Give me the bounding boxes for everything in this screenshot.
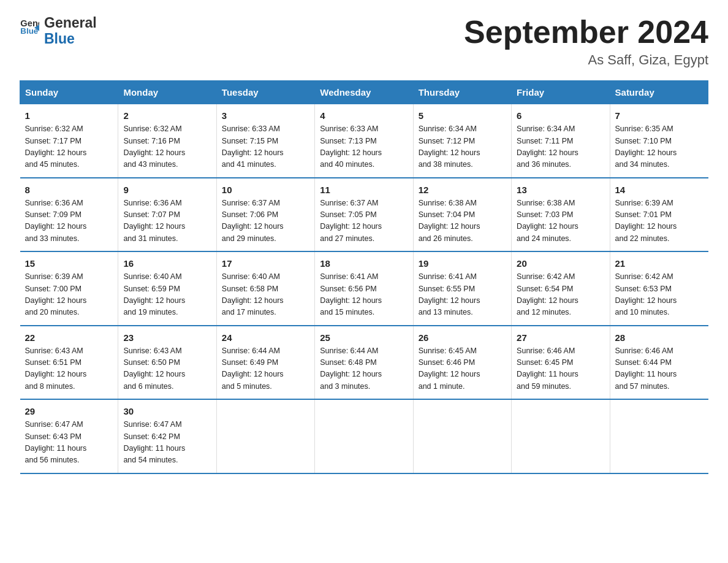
- day-info: Sunrise: 6:34 AMSunset: 7:11 PMDaylight:…: [517, 123, 604, 171]
- day-info: Sunrise: 6:42 AMSunset: 6:53 PMDaylight:…: [615, 271, 703, 319]
- day-info: Sunrise: 6:36 AMSunset: 7:07 PMDaylight:…: [123, 197, 211, 245]
- logo-general-text: General: [44, 15, 97, 31]
- day-number: 26: [419, 332, 506, 343]
- day-info: Sunrise: 6:37 AMSunset: 7:06 PMDaylight:…: [222, 197, 309, 245]
- calendar-cell: 6 Sunrise: 6:34 AMSunset: 7:11 PMDayligh…: [512, 104, 610, 178]
- day-number: 24: [222, 332, 309, 343]
- weekday-header-row: SundayMondayTuesdayWednesdayThursdayFrid…: [20, 81, 708, 104]
- calendar-cell: 24 Sunrise: 6:44 AMSunset: 6:49 PMDaylig…: [216, 326, 314, 400]
- day-number: 30: [123, 406, 211, 416]
- calendar-cell: [512, 399, 610, 473]
- logo-blue-text: Blue: [44, 31, 97, 47]
- day-number: 17: [222, 258, 309, 269]
- day-number: 2: [123, 110, 211, 121]
- month-title: September 2024: [464, 15, 708, 50]
- title-area: September 2024 As Saff, Giza, Egypt: [464, 15, 708, 68]
- day-number: 19: [419, 258, 506, 269]
- day-number: 16: [123, 258, 211, 269]
- day-number: 20: [517, 258, 604, 269]
- day-number: 14: [615, 185, 703, 195]
- calendar-cell: 17 Sunrise: 6:40 AMSunset: 6:58 PMDaylig…: [216, 251, 314, 326]
- day-info: Sunrise: 6:42 AMSunset: 6:54 PMDaylight:…: [517, 271, 604, 319]
- day-info: Sunrise: 6:39 AMSunset: 7:00 PMDaylight:…: [25, 271, 113, 319]
- calendar-cell: [610, 399, 708, 473]
- calendar-cell: 12 Sunrise: 6:38 AMSunset: 7:04 PMDaylig…: [413, 178, 511, 252]
- day-info: Sunrise: 6:35 AMSunset: 7:10 PMDaylight:…: [615, 123, 703, 171]
- calendar-table: SundayMondayTuesdayWednesdayThursdayFrid…: [20, 80, 708, 474]
- day-info: Sunrise: 6:46 AMSunset: 6:45 PMDaylight:…: [517, 345, 604, 393]
- day-number: 1: [25, 110, 113, 121]
- calendar-cell: 8 Sunrise: 6:36 AMSunset: 7:09 PMDayligh…: [20, 178, 118, 252]
- day-info: Sunrise: 6:40 AMSunset: 6:58 PMDaylight:…: [222, 271, 309, 319]
- calendar-cell: 29 Sunrise: 6:47 AMSunset: 6:43 PMDaylig…: [20, 399, 118, 473]
- logo: General Blue General Blue: [20, 15, 97, 47]
- day-info: Sunrise: 6:39 AMSunset: 7:01 PMDaylight:…: [615, 197, 703, 245]
- day-info: Sunrise: 6:37 AMSunset: 7:05 PMDaylight:…: [320, 197, 408, 245]
- calendar-cell: 20 Sunrise: 6:42 AMSunset: 6:54 PMDaylig…: [512, 251, 610, 326]
- day-info: Sunrise: 6:33 AMSunset: 7:15 PMDaylight:…: [222, 123, 309, 171]
- calendar-cell: 16 Sunrise: 6:40 AMSunset: 6:59 PMDaylig…: [118, 251, 216, 326]
- weekday-header-tuesday: Tuesday: [216, 81, 314, 104]
- day-number: 8: [25, 185, 113, 195]
- calendar-cell: 13 Sunrise: 6:38 AMSunset: 7:03 PMDaylig…: [512, 178, 610, 252]
- calendar-cell: 22 Sunrise: 6:43 AMSunset: 6:51 PMDaylig…: [20, 326, 118, 400]
- day-number: 6: [517, 110, 604, 121]
- day-number: 5: [419, 110, 506, 121]
- day-info: Sunrise: 6:47 AMSunset: 6:43 PMDaylight:…: [25, 419, 113, 467]
- weekday-header-monday: Monday: [118, 81, 216, 104]
- calendar-week-row: 8 Sunrise: 6:36 AMSunset: 7:09 PMDayligh…: [20, 178, 708, 252]
- day-number: 9: [123, 185, 211, 195]
- calendar-week-row: 29 Sunrise: 6:47 AMSunset: 6:43 PMDaylig…: [20, 399, 708, 473]
- calendar-cell: 1 Sunrise: 6:32 AMSunset: 7:17 PMDayligh…: [20, 104, 118, 178]
- day-info: Sunrise: 6:44 AMSunset: 6:49 PMDaylight:…: [222, 345, 309, 393]
- calendar-cell: 25 Sunrise: 6:44 AMSunset: 6:48 PMDaylig…: [315, 326, 413, 400]
- calendar-cell: 2 Sunrise: 6:32 AMSunset: 7:16 PMDayligh…: [118, 104, 216, 178]
- weekday-header-friday: Friday: [512, 81, 610, 104]
- day-info: Sunrise: 6:47 AMSunset: 6:42 PMDaylight:…: [123, 419, 211, 467]
- svg-text:Blue: Blue: [20, 26, 38, 34]
- day-number: 28: [615, 332, 703, 343]
- day-info: Sunrise: 6:43 AMSunset: 6:50 PMDaylight:…: [123, 345, 211, 393]
- calendar-cell: [315, 399, 413, 473]
- calendar-week-row: 15 Sunrise: 6:39 AMSunset: 7:00 PMDaylig…: [20, 251, 708, 326]
- day-number: 15: [25, 258, 113, 269]
- calendar-cell: 4 Sunrise: 6:33 AMSunset: 7:13 PMDayligh…: [315, 104, 413, 178]
- day-number: 3: [222, 110, 309, 121]
- calendar-cell: 19 Sunrise: 6:41 AMSunset: 6:55 PMDaylig…: [413, 251, 511, 326]
- day-info: Sunrise: 6:46 AMSunset: 6:44 PMDaylight:…: [615, 345, 703, 393]
- day-number: 27: [517, 332, 604, 343]
- day-number: 12: [419, 185, 506, 195]
- calendar-cell: 9 Sunrise: 6:36 AMSunset: 7:07 PMDayligh…: [118, 178, 216, 252]
- day-info: Sunrise: 6:32 AMSunset: 7:16 PMDaylight:…: [123, 123, 211, 171]
- day-number: 21: [615, 258, 703, 269]
- calendar-cell: 26 Sunrise: 6:45 AMSunset: 6:46 PMDaylig…: [413, 326, 511, 400]
- day-info: Sunrise: 6:38 AMSunset: 7:03 PMDaylight:…: [517, 197, 604, 245]
- header: General Blue General Blue September 2024…: [20, 15, 708, 68]
- day-info: Sunrise: 6:44 AMSunset: 6:48 PMDaylight:…: [320, 345, 408, 393]
- day-number: 13: [517, 185, 604, 195]
- day-number: 29: [25, 406, 113, 416]
- day-number: 22: [25, 332, 113, 343]
- calendar-cell: 11 Sunrise: 6:37 AMSunset: 7:05 PMDaylig…: [315, 178, 413, 252]
- day-info: Sunrise: 6:33 AMSunset: 7:13 PMDaylight:…: [320, 123, 408, 171]
- day-number: 18: [320, 258, 408, 269]
- day-info: Sunrise: 6:45 AMSunset: 6:46 PMDaylight:…: [419, 345, 506, 393]
- day-info: Sunrise: 6:38 AMSunset: 7:04 PMDaylight:…: [419, 197, 506, 245]
- calendar-cell: 27 Sunrise: 6:46 AMSunset: 6:45 PMDaylig…: [512, 326, 610, 400]
- day-number: 11: [320, 185, 408, 195]
- calendar-week-row: 22 Sunrise: 6:43 AMSunset: 6:51 PMDaylig…: [20, 326, 708, 400]
- calendar-cell: 5 Sunrise: 6:34 AMSunset: 7:12 PMDayligh…: [413, 104, 511, 178]
- calendar-cell: 14 Sunrise: 6:39 AMSunset: 7:01 PMDaylig…: [610, 178, 708, 252]
- calendar-cell: 23 Sunrise: 6:43 AMSunset: 6:50 PMDaylig…: [118, 326, 216, 400]
- calendar-cell: 10 Sunrise: 6:37 AMSunset: 7:06 PMDaylig…: [216, 178, 314, 252]
- calendar-cell: 7 Sunrise: 6:35 AMSunset: 7:10 PMDayligh…: [610, 104, 708, 178]
- day-number: 4: [320, 110, 408, 121]
- weekday-header-sunday: Sunday: [20, 81, 118, 104]
- day-info: Sunrise: 6:43 AMSunset: 6:51 PMDaylight:…: [25, 345, 113, 393]
- weekday-header-thursday: Thursday: [413, 81, 511, 104]
- calendar-cell: 30 Sunrise: 6:47 AMSunset: 6:42 PMDaylig…: [118, 399, 216, 473]
- calendar-cell: [216, 399, 314, 473]
- calendar-cell: [413, 399, 511, 473]
- calendar-cell: 3 Sunrise: 6:33 AMSunset: 7:15 PMDayligh…: [216, 104, 314, 178]
- day-info: Sunrise: 6:41 AMSunset: 6:55 PMDaylight:…: [419, 271, 506, 319]
